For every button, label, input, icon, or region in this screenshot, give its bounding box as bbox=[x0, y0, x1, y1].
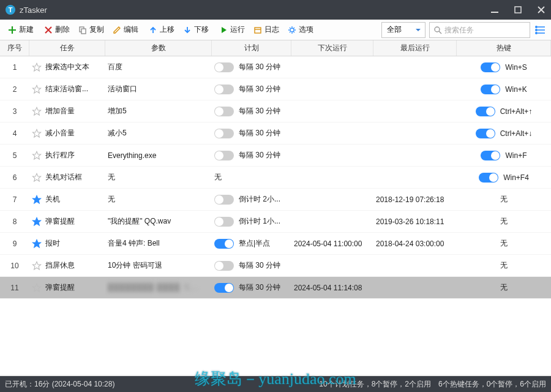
cell-task: 报时 bbox=[29, 233, 105, 254]
star-filled-icon[interactable] bbox=[32, 195, 42, 205]
cell-plan: 每隔 30 分钟 bbox=[212, 100, 291, 122]
new-button[interactable]: 新建 bbox=[4, 22, 38, 38]
cell-last bbox=[373, 78, 457, 100]
edit-button[interactable]: 编辑 bbox=[108, 22, 143, 38]
cell-next bbox=[291, 211, 373, 232]
minimize-button[interactable] bbox=[490, 6, 500, 13]
move-up-button[interactable]: 上移 bbox=[144, 22, 179, 38]
table-row[interactable]: 6关机对话框无无Win+F4 bbox=[0, 167, 551, 189]
toggle[interactable] bbox=[214, 283, 234, 293]
toggle[interactable] bbox=[476, 129, 495, 138]
log-button[interactable]: 日志 bbox=[249, 22, 283, 38]
cell-hot: Win+F4 bbox=[457, 167, 551, 188]
toggle[interactable] bbox=[214, 151, 234, 160]
table-row[interactable]: 7关机无倒计时 2小...2018-12-19 07:26:18无 bbox=[0, 189, 551, 211]
star-outline-icon[interactable] bbox=[32, 151, 42, 160]
svg-line-10 bbox=[439, 31, 441, 34]
table-row[interactable]: 2结束活动窗...活动窗口每隔 30 分钟Win+K bbox=[0, 78, 551, 100]
toggle[interactable] bbox=[476, 107, 495, 116]
star-outline-icon[interactable] bbox=[32, 62, 42, 72]
toggle[interactable] bbox=[214, 85, 234, 94]
delete-button[interactable]: 删除 bbox=[40, 22, 74, 38]
cell-next: 2024-05-04 11:14:08 bbox=[291, 277, 373, 298]
svg-point-9 bbox=[435, 27, 440, 32]
toggle[interactable] bbox=[479, 173, 498, 183]
cell-last bbox=[373, 56, 457, 78]
cell-param: 无 bbox=[105, 189, 212, 210]
options-button[interactable]: 选项 bbox=[283, 22, 318, 38]
cell-idx: 9 bbox=[0, 233, 29, 254]
cell-param: Everything.exe bbox=[105, 145, 212, 166]
cell-hot: Ctrl+Alt+↑ bbox=[457, 100, 551, 122]
toggle[interactable] bbox=[481, 85, 500, 94]
table-row[interactable]: 1搜索选中文本百度每隔 30 分钟Win+S bbox=[0, 56, 551, 78]
filter-select[interactable]: 全部 bbox=[381, 22, 425, 38]
maximize-button[interactable] bbox=[513, 6, 523, 13]
plan-text: 倒计时 1小... bbox=[239, 216, 280, 227]
toggle[interactable] bbox=[214, 239, 234, 249]
col-idx[interactable]: 序号 bbox=[0, 40, 29, 56]
col-last[interactable]: 最后运行 bbox=[373, 40, 457, 56]
toggle[interactable] bbox=[214, 129, 234, 138]
toggle[interactable] bbox=[481, 151, 500, 160]
pencil-icon bbox=[113, 26, 121, 34]
titlebar: T zTasker bbox=[0, 0, 551, 20]
toggle[interactable] bbox=[214, 217, 234, 227]
col-plan[interactable]: 计划 bbox=[212, 40, 291, 56]
star-outline-icon[interactable] bbox=[32, 85, 42, 94]
plan-text: 每隔 30 分钟 bbox=[239, 84, 280, 94]
cell-idx: 8 bbox=[0, 211, 29, 232]
hotkey-text: 无 bbox=[500, 260, 508, 271]
cell-hot: 无 bbox=[457, 255, 551, 276]
cell-idx: 11 bbox=[0, 277, 29, 298]
table-row[interactable]: 11弹窗提醒████████ ████ 无...每隔 30 分钟2024-05-… bbox=[0, 277, 551, 299]
table-row[interactable]: 4减小音量减小5每隔 30 分钟Ctrl+Alt+↓ bbox=[0, 123, 551, 145]
task-name: 报时 bbox=[45, 238, 60, 249]
table-row[interactable]: 10挡屏休息10分钟 密码可退每隔 30 分钟无 bbox=[0, 255, 551, 277]
star-outline-icon[interactable] bbox=[32, 283, 42, 293]
task-name: 搜索选中文本 bbox=[45, 62, 89, 72]
calendar-icon bbox=[253, 26, 262, 34]
star-filled-icon[interactable] bbox=[32, 239, 42, 249]
toggle[interactable] bbox=[481, 62, 500, 72]
table-row[interactable]: 5执行程序Everything.exe每隔 30 分钟Win+F bbox=[0, 145, 551, 167]
cell-last bbox=[373, 123, 457, 144]
cell-plan: 整点|半点 bbox=[212, 233, 291, 254]
col-task[interactable]: 任务 bbox=[29, 40, 105, 56]
list-view-button[interactable] bbox=[534, 23, 547, 37]
copy-button[interactable]: 复制 bbox=[74, 22, 108, 38]
plan-text: 倒计时 2小... bbox=[239, 194, 280, 205]
toggle[interactable] bbox=[214, 195, 234, 205]
move-down-button[interactable]: 下移 bbox=[179, 22, 213, 38]
cell-hot: Win+F bbox=[457, 145, 551, 166]
close-button[interactable] bbox=[536, 6, 546, 13]
hotkey-text: 无 bbox=[500, 238, 508, 249]
cell-next bbox=[291, 123, 373, 144]
task-name: 减小音量 bbox=[45, 128, 75, 138]
run-button[interactable]: 运行 bbox=[215, 22, 249, 38]
hotkey-text: Win+S bbox=[505, 63, 527, 72]
table-row[interactable]: 8弹窗提醒"我的提醒" QQ.wav倒计时 1小...2019-03-26 10… bbox=[0, 211, 551, 233]
cell-hot: Win+S bbox=[457, 56, 551, 78]
svg-rect-5 bbox=[81, 29, 86, 34]
cell-last bbox=[373, 255, 457, 276]
table-row[interactable]: 3增加音量增加5每隔 30 分钟Ctrl+Alt+↑ bbox=[0, 100, 551, 123]
col-next[interactable]: 下次运行 bbox=[291, 40, 373, 56]
col-hot[interactable]: 热键 bbox=[457, 40, 551, 56]
table-row[interactable]: 9报时音量4 钟声: Bell整点|半点2024-05-04 11:00:002… bbox=[0, 233, 551, 255]
star-outline-icon[interactable] bbox=[32, 129, 42, 138]
toggle[interactable] bbox=[214, 62, 234, 72]
col-param[interactable]: 参数 bbox=[105, 40, 212, 56]
star-outline-icon[interactable] bbox=[32, 173, 42, 183]
arrow-up-icon bbox=[149, 26, 157, 34]
cell-next bbox=[291, 167, 373, 188]
search-input[interactable] bbox=[444, 26, 518, 34]
star-outline-icon[interactable] bbox=[32, 107, 42, 116]
toggle[interactable] bbox=[214, 261, 234, 271]
cell-next bbox=[291, 56, 373, 78]
star-filled-icon[interactable] bbox=[32, 217, 42, 227]
cell-param: 音量4 钟声: Bell bbox=[105, 233, 212, 254]
star-outline-icon[interactable] bbox=[32, 261, 42, 271]
toggle[interactable] bbox=[214, 107, 234, 116]
task-name: 弹窗提醒 bbox=[45, 216, 75, 227]
